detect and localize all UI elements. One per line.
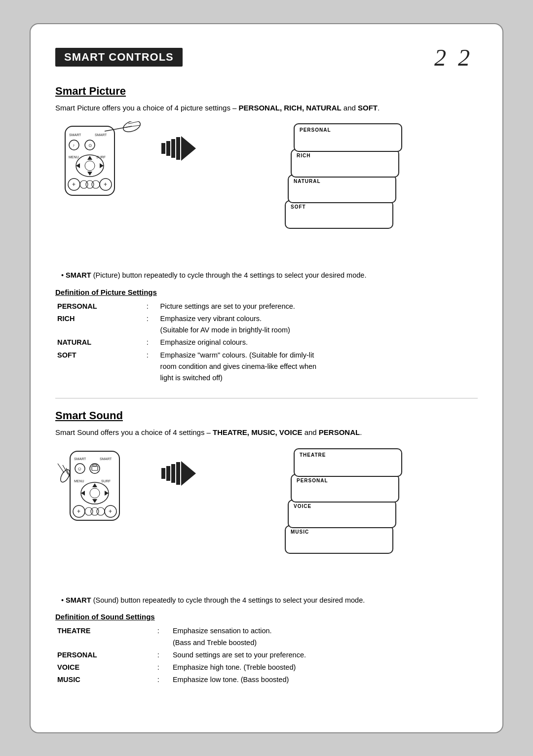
table-row: MUSIC : Emphasize low tone. (Bass booste… — [55, 674, 478, 686]
svg-line-7 — [105, 126, 132, 131]
svg-rect-26 — [161, 143, 165, 154]
picture-remote-svg: SMART SMART ♪ ⊙ MENU SURF — [55, 121, 144, 205]
svg-text:MENU: MENU — [74, 479, 84, 483]
table-row: RICH : Emphasize very vibrant colours.(S… — [55, 313, 478, 336]
svg-rect-29 — [176, 137, 180, 160]
svg-rect-28 — [171, 139, 175, 158]
page-number: 2 2 — [434, 44, 473, 71]
sound-card-personal: PERSONAL — [291, 474, 399, 503]
svg-text:+: + — [77, 508, 80, 515]
svg-rect-61 — [176, 462, 180, 485]
svg-point-25 — [92, 180, 100, 188]
picture-diagram: SMART SMART ♪ ⊙ MENU SURF — [55, 121, 154, 207]
svg-text:☺: ☺ — [77, 466, 82, 471]
svg-marker-48 — [92, 499, 97, 503]
term-voice: VOICE — [55, 661, 155, 674]
svg-line-10 — [129, 125, 140, 127]
svg-text:+: + — [72, 181, 76, 188]
picture-def-table: PERSONAL : Picture settings are set to y… — [55, 300, 478, 384]
term-theatre: THEATRE — [55, 625, 155, 648]
svg-text:+: + — [104, 181, 107, 188]
table-row: PERSONAL : Picture settings are set to y… — [55, 300, 478, 313]
title-text: Smart Controls — [64, 51, 174, 63]
svg-text:⊙: ⊙ — [88, 143, 92, 148]
svg-text:SMART: SMART — [95, 133, 107, 137]
smart-sound-intro: Smart Sound offers you a choice of 4 set… — [55, 427, 478, 438]
picture-arrow — [159, 121, 203, 161]
smart-picture-section: Smart Picture Smart Picture offers you a… — [55, 85, 478, 385]
page: Smart Controls 2 2 Smart Picture Smart P… — [30, 23, 503, 733]
svg-text:SMART: SMART — [69, 133, 81, 137]
svg-marker-16 — [87, 172, 92, 176]
picture-def-heading: Definition of Picture Settings — [55, 288, 478, 296]
header-bar: Smart Controls 2 2 — [55, 44, 478, 71]
picture-cards-area: PERSONAL RICH NATURAL SOFT — [208, 121, 478, 261]
sound-bullet: SMART (Sound) button repeatedly to cycle… — [55, 595, 478, 606]
svg-marker-47 — [92, 483, 97, 487]
smart-sound-section: Smart Sound Smart Sound offers you a cho… — [55, 409, 478, 686]
title-box: Smart Controls — [55, 48, 183, 67]
table-row: NATURAL : Emphasize original colours. — [55, 336, 478, 349]
svg-point-57 — [97, 507, 105, 515]
term-music: MUSIC — [55, 674, 155, 686]
table-row: THEATRE : Emphasize sensation to action.… — [55, 625, 478, 648]
table-row: VOICE : Emphasize high tone. (Treble boo… — [55, 661, 478, 674]
smart-sound-title: Smart Sound — [55, 409, 478, 422]
sound-card-stack: THEATRE PERSONAL VOICE MUSIC — [284, 448, 402, 586]
picture-card-personal: PERSONAL — [294, 123, 402, 152]
svg-rect-27 — [166, 141, 170, 156]
svg-point-46 — [90, 488, 100, 498]
smart-picture-content-row: SMART SMART ♪ ⊙ MENU SURF — [55, 121, 478, 261]
sound-card-voice: VOICE — [288, 500, 396, 528]
svg-text:SMART: SMART — [100, 457, 112, 461]
svg-text:♪: ♪ — [73, 143, 75, 147]
sound-bullet-rest: (Sound) button repeatedly to cycle throu… — [93, 596, 365, 604]
table-row: SOFT : Emphasize "warm" colours. (Suitab… — [55, 349, 478, 385]
svg-rect-60 — [171, 464, 175, 483]
sound-cards-area: THEATRE PERSONAL VOICE MUSIC — [208, 446, 478, 586]
picture-card-soft: SOFT — [285, 200, 393, 229]
sound-def-table: THEATRE : Emphasize sensation to action.… — [55, 625, 478, 686]
svg-text:SMART: SMART — [74, 457, 86, 461]
term-soft: SOFT — [55, 349, 145, 385]
sound-arrow — [159, 446, 203, 486]
picture-card-stack: PERSONAL RICH NATURAL SOFT — [284, 123, 402, 261]
smart-picture-intro: Smart Picture offers you a choice of 4 p… — [55, 103, 478, 114]
term-personal-sound: PERSONAL — [55, 649, 155, 661]
section-divider — [55, 398, 478, 398]
picture-arrow-svg — [161, 136, 201, 161]
picture-bullet-rest: (Picture) button repeatedly to cycle thr… — [93, 271, 367, 279]
svg-text:+: + — [109, 508, 112, 515]
sound-card-theatre: THEATRE — [294, 448, 402, 477]
picture-card-natural: NATURAL — [288, 175, 396, 203]
smart-sound-content-row: SMART SMART ☺ MENU SURF — [55, 446, 478, 586]
smart-picture-title: Smart Picture — [55, 85, 478, 98]
sound-diagram: SMART SMART ☺ MENU SURF — [55, 446, 154, 532]
svg-rect-59 — [166, 466, 170, 481]
picture-bullet: SMART (Picture) button repeatedly to cyc… — [55, 270, 478, 281]
sound-arrow-svg — [161, 461, 201, 486]
svg-line-32 — [58, 464, 64, 473]
sound-smart-bold: SMART — [66, 596, 91, 604]
svg-point-40 — [90, 464, 100, 473]
svg-marker-15 — [87, 156, 92, 160]
term-personal: PERSONAL — [55, 300, 145, 313]
svg-marker-49 — [81, 491, 85, 496]
svg-marker-17 — [76, 163, 80, 168]
picture-card-rich: RICH — [291, 149, 399, 178]
svg-text:SURF: SURF — [101, 479, 111, 483]
sound-remote-svg: SMART SMART ☺ MENU SURF — [55, 446, 144, 530]
svg-point-14 — [85, 161, 95, 171]
svg-marker-62 — [181, 461, 196, 486]
svg-marker-18 — [100, 163, 104, 168]
svg-rect-58 — [161, 468, 165, 479]
sound-def-heading: Definition of Sound Settings — [55, 612, 478, 621]
svg-text:MENU: MENU — [69, 155, 79, 159]
term-rich: RICH — [55, 313, 145, 336]
term-natural: NATURAL — [55, 336, 145, 349]
svg-marker-30 — [181, 136, 196, 161]
svg-marker-50 — [105, 491, 109, 496]
picture-smart-bold: SMART — [66, 271, 91, 279]
sound-card-music: MUSIC — [285, 525, 393, 554]
table-row: PERSONAL : Sound settings are set to you… — [55, 649, 478, 661]
